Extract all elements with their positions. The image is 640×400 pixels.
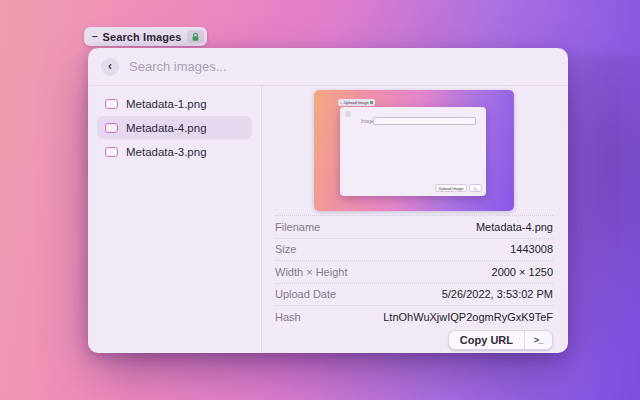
metadata-row-size: Size 1443008 xyxy=(275,238,553,261)
metadata-row-filename: Filename Metadata-4.png xyxy=(275,215,553,238)
file-name: Metadata-3.png xyxy=(126,146,207,158)
action-buttons: Copy URL >_ xyxy=(448,330,553,350)
preview-mini-dash: – xyxy=(340,100,342,105)
back-button[interactable]: ‹ xyxy=(101,58,119,76)
detail-panel: – Upload Image Image Upload Image >_ xyxy=(262,86,568,353)
copy-url-button[interactable]: Copy URL xyxy=(449,331,525,349)
preview-mini-label: Upload Image xyxy=(344,100,369,105)
preview-mini-back-icon xyxy=(345,111,351,117)
metadata-label: Width × Height xyxy=(275,266,347,278)
file-name: Metadata-4.png xyxy=(126,122,207,134)
image-file-icon xyxy=(105,147,118,157)
metadata-label: Upload Date xyxy=(275,288,336,300)
metadata-value: 5/26/2022, 3:53:02 PM xyxy=(442,288,553,300)
metadata-label: Filename xyxy=(275,221,320,233)
preview-mini-window: Image Upload Image >_ xyxy=(340,107,486,196)
search-images-window: ‹ Search images... Metadata-1.png Metada… xyxy=(88,48,568,353)
search-input[interactable]: Search images... xyxy=(129,59,227,74)
preview-mini-terminal-icon: >_ xyxy=(469,184,482,192)
window-header: ‹ Search images... xyxy=(88,48,568,86)
image-preview: – Upload Image Image Upload Image >_ xyxy=(314,90,514,211)
metadata-table: Filename Metadata-4.png Size 1443008 Wid… xyxy=(275,215,553,328)
image-file-icon xyxy=(105,99,118,109)
search-images-launcher[interactable]: – Search Images xyxy=(84,27,207,46)
metadata-value: LtnOhWuXjwIQP2ogmRyGxK9TeF xyxy=(383,311,553,323)
file-list: Metadata-1.png Metadata-4.png Metadata-3… xyxy=(88,86,262,353)
desktop-background: – Search Images ‹ Search images... Metad… xyxy=(0,0,640,400)
preview-mini-launcher: – Upload Image xyxy=(338,99,375,106)
launcher-label: Search Images xyxy=(103,31,182,43)
metadata-label: Size xyxy=(275,243,296,255)
terminal-button[interactable]: >_ xyxy=(525,331,552,349)
minimize-dash-icon: – xyxy=(92,31,98,42)
file-item-metadata-4[interactable]: Metadata-4.png xyxy=(97,116,252,139)
preview-mini-lock-icon xyxy=(370,101,373,104)
metadata-row-upload-date: Upload Date 5/26/2022, 3:53:02 PM xyxy=(275,283,553,306)
lock-icon xyxy=(187,30,204,43)
preview-mini-input xyxy=(373,117,476,125)
metadata-row-hash: Hash LtnOhWuXjwIQP2ogmRyGxK9TeF xyxy=(275,305,553,328)
preview-mini-form-label: Image xyxy=(361,119,374,124)
file-name: Metadata-1.png xyxy=(126,98,207,110)
metadata-label: Hash xyxy=(275,311,301,323)
preview-mini-upload-button: Upload Image xyxy=(435,184,468,192)
metadata-value: 2000 × 1250 xyxy=(492,266,553,278)
metadata-value: Metadata-4.png xyxy=(476,221,553,233)
file-item-metadata-1[interactable]: Metadata-1.png xyxy=(97,92,252,115)
file-item-metadata-3[interactable]: Metadata-3.png xyxy=(97,140,252,163)
metadata-row-dimensions: Width × Height 2000 × 1250 xyxy=(275,260,553,283)
image-file-icon xyxy=(105,123,118,133)
metadata-value: 1443008 xyxy=(510,243,553,255)
